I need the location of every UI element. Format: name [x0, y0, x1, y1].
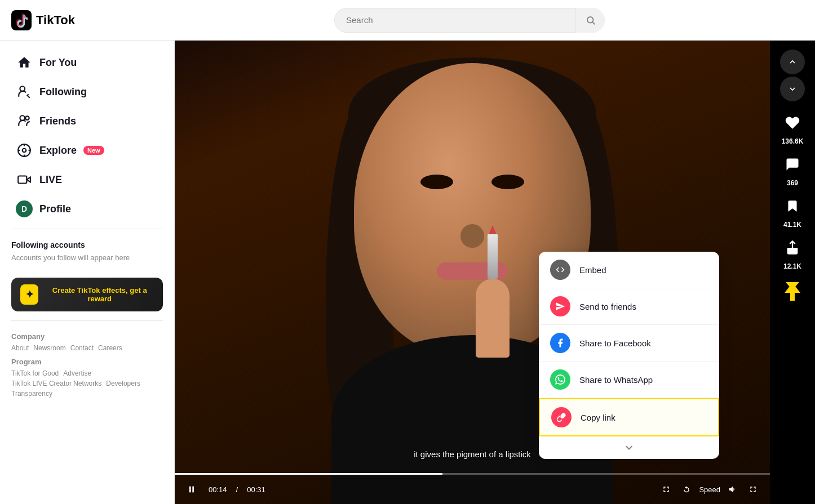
- time-separator: /: [236, 485, 238, 494]
- volume-button[interactable]: [725, 481, 741, 497]
- logo[interactable]: TikTok: [11, 10, 124, 30]
- comment-count: 369: [787, 179, 798, 187]
- share-whatsapp-item[interactable]: Share to WhatsApp: [539, 362, 719, 398]
- fullscreen-icon: [748, 485, 758, 494]
- tiktok-good-link[interactable]: TikTok for Good: [11, 369, 59, 377]
- bookmark-icon: [780, 194, 805, 218]
- nav-arrows: [780, 50, 805, 101]
- time-current: 00:14: [209, 485, 227, 494]
- expand-icon: [662, 485, 671, 494]
- search-input[interactable]: [334, 8, 605, 33]
- home-icon: [16, 54, 33, 71]
- arrow-up-button[interactable]: [780, 50, 805, 74]
- live-icon: [16, 171, 33, 188]
- share-more-button[interactable]: [539, 436, 719, 459]
- create-effects-button[interactable]: ✦ Create TikTok effects, get a reward: [11, 278, 163, 311]
- share-friends-item[interactable]: Send to friends: [539, 288, 719, 325]
- svg-line-2: [592, 22, 594, 24]
- play-pause-button[interactable]: [184, 481, 200, 497]
- search-bar: [334, 8, 605, 33]
- embed-icon: [550, 260, 570, 280]
- video-area: it gives the pigment of a lipstick 00:14…: [175, 41, 770, 504]
- sidebar-item-profile[interactable]: D Profile: [5, 195, 170, 223]
- logo-text: TikTok: [36, 13, 75, 28]
- right-controls: Speed: [658, 481, 761, 497]
- facebook-icon: [550, 333, 570, 353]
- svg-point-5: [25, 116, 29, 120]
- following-accounts-desc: Accounts you follow will appear here: [11, 253, 163, 263]
- rotate-button[interactable]: [679, 481, 694, 497]
- share-button[interactable]: 12.1K: [780, 235, 805, 270]
- new-badge: New: [83, 146, 104, 155]
- comment-button[interactable]: 369: [780, 152, 805, 187]
- rotate-icon: [682, 485, 691, 494]
- sidebar-item-explore[interactable]: Explore New: [5, 136, 170, 164]
- arrow-down-button[interactable]: [780, 77, 805, 101]
- sidebar-item-following[interactable]: Following: [5, 78, 170, 106]
- svg-point-3: [20, 86, 25, 91]
- search-icon: [586, 15, 596, 25]
- sidebar-footer: Company About Newsroom Contact Careers P…: [0, 327, 174, 403]
- developers-link[interactable]: Developers: [106, 380, 140, 387]
- sidebar-item-friends[interactable]: Friends: [5, 107, 170, 135]
- time-total: 00:31: [247, 485, 265, 494]
- copy-link-label: Copy link: [581, 413, 615, 422]
- profile-avatar: D: [16, 200, 33, 217]
- embed-label: Embed: [579, 265, 606, 275]
- share-embed-item[interactable]: Embed: [539, 252, 719, 288]
- contact-link[interactable]: Contact: [70, 344, 94, 352]
- tiktok-logo-icon: [11, 10, 32, 30]
- svg-rect-12: [18, 176, 26, 184]
- send-icon: [550, 296, 570, 316]
- following-accounts-title: Following accounts: [11, 240, 163, 249]
- svg-point-7: [23, 149, 26, 153]
- save-button[interactable]: 41.1K: [780, 194, 805, 229]
- chevron-up-icon: [788, 57, 797, 66]
- company-title: Company: [11, 332, 163, 341]
- video-controls: 00:14 / 00:31 Speed: [175, 475, 770, 504]
- newsroom-link[interactable]: Newsroom: [33, 344, 65, 352]
- chevron-down-icon: [788, 84, 797, 93]
- effects-icon: ✦: [20, 284, 38, 305]
- following-icon: [16, 83, 33, 100]
- about-link[interactable]: About: [11, 344, 29, 352]
- for-you-label: For You: [39, 57, 77, 69]
- main-layout: For You Following Friends Explore New: [0, 41, 815, 504]
- share-icon: [780, 235, 805, 260]
- explore-label: Explore: [39, 145, 77, 157]
- hand-lipstick: [459, 279, 526, 391]
- copy-link-icon: [551, 407, 572, 427]
- like-count: 136.6K: [782, 137, 804, 145]
- search-button[interactable]: [575, 8, 605, 33]
- live-label: LIVE: [39, 174, 62, 186]
- create-effects-label: Create TikTok effects, get a reward: [45, 286, 154, 303]
- sidebar-item-live[interactable]: LIVE: [5, 166, 170, 194]
- advertise-link[interactable]: Advertise: [63, 369, 91, 377]
- facebook-label: Share to Facebook: [579, 338, 651, 348]
- share-dropdown: Embed Send to friends Share to Facebook …: [539, 252, 719, 459]
- share-facebook-item[interactable]: Share to Facebook: [539, 325, 719, 362]
- transparency-link[interactable]: Transparency: [11, 390, 52, 398]
- live-creator-link[interactable]: TikTok LIVE Creator Networks: [11, 380, 101, 387]
- whatsapp-label: Share to WhatsApp: [579, 375, 653, 385]
- send-label: Send to friends: [579, 302, 636, 311]
- following-accounts-section: Following accounts Accounts you follow w…: [0, 235, 174, 269]
- video-caption: it gives the pigment of a lipstick: [414, 449, 531, 459]
- friends-icon: [16, 113, 33, 130]
- chevron-down-icon: [623, 442, 635, 453]
- company-links: About Newsroom Contact Careers: [11, 344, 163, 352]
- fullscreen-mini-button[interactable]: [658, 481, 674, 497]
- heart-icon: [780, 110, 805, 135]
- volume-icon: [728, 485, 737, 494]
- share-copy-link-item[interactable]: Copy link: [539, 398, 719, 436]
- whatsapp-icon: [550, 369, 570, 390]
- speed-label[interactable]: Speed: [699, 485, 720, 494]
- like-button[interactable]: 136.6K: [780, 110, 805, 145]
- following-label: Following: [39, 86, 87, 98]
- sidebar-divider-2: [11, 320, 163, 321]
- sidebar-item-for-you[interactable]: For You: [5, 48, 170, 77]
- careers-link[interactable]: Careers: [98, 344, 122, 352]
- program-title: Program: [11, 358, 163, 366]
- fullscreen-button[interactable]: [745, 481, 761, 497]
- explore-icon: [16, 142, 33, 159]
